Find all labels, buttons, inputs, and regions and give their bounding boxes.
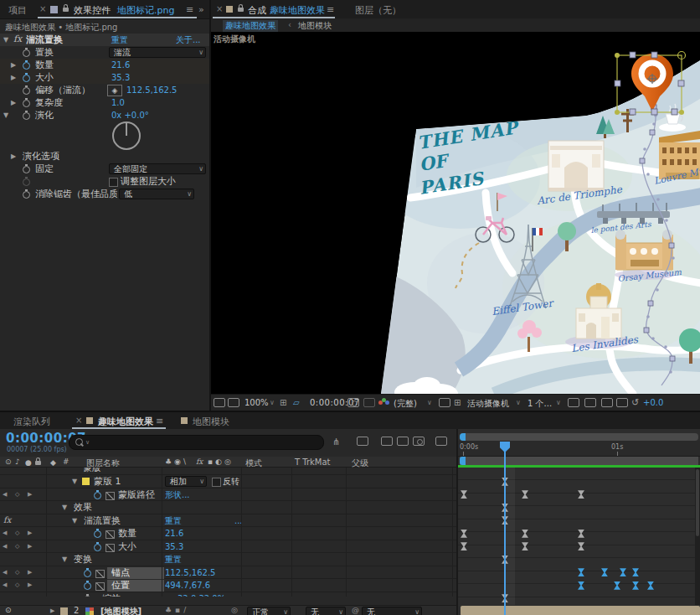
prev-keyframe-icon[interactable]: ◀ (3, 488, 7, 501)
tab-render-queue[interactable]: 渲染队列 (13, 416, 50, 428)
layer-3d-switch-icon[interactable]: ◎ (231, 606, 238, 614)
close-icon[interactable]: × (216, 4, 223, 13)
resolution-select[interactable]: (完整) (394, 398, 417, 410)
row-effects-group[interactable]: ▼ 效果 (0, 501, 456, 514)
add-keyframe-icon[interactable]: ◇ (15, 488, 19, 501)
row-transform-group[interactable]: ▼ 变换 重置 (0, 553, 456, 566)
time-ruler[interactable]: 0:00s 01s (458, 441, 700, 457)
twirl-down-icon[interactable]: ▼ (62, 501, 67, 514)
chevron-down-icon[interactable]: ∨ (556, 399, 561, 406)
keyframe-icon[interactable] (578, 581, 584, 590)
chevron-down-icon[interactable]: ∨ (270, 399, 275, 406)
twirl-down-icon[interactable]: ▼ (3, 109, 8, 121)
prev-keyframe-icon[interactable]: ◀ (3, 579, 7, 592)
property-label[interactable]: 数量 (118, 527, 136, 540)
next-keyframe-icon[interactable]: ▶ (28, 579, 32, 592)
graph-icon[interactable] (95, 582, 105, 591)
anchor-value[interactable]: 112.5,162.5 (165, 566, 215, 579)
link-dimensions-icon[interactable]: ∞ (165, 593, 172, 597)
composition-mini-flowchart-icon[interactable]: ⋔ (332, 437, 344, 446)
twirl-down-icon[interactable]: ▼ (72, 475, 77, 488)
close-icon[interactable]: × (75, 416, 82, 425)
row-masks-group[interactable]: 蒙版 (0, 468, 456, 475)
tab-layer-none[interactable]: 图层（无） (355, 4, 401, 17)
stopwatch-icon[interactable] (94, 544, 101, 551)
keyframe-icon[interactable] (578, 530, 584, 538)
prev-keyframe-icon[interactable]: ◀ (3, 566, 7, 579)
row-layer-2[interactable]: ⊙ ▶ 2 [地图模块] ♣▪/ ◎ 正常∨ 无∨ @ 无∨ (0, 605, 456, 615)
layer2-duration-bar[interactable] (461, 606, 700, 615)
fast-preview-icon[interactable] (584, 398, 596, 407)
region-of-interest-icon[interactable] (439, 398, 450, 407)
keyframe-icon[interactable] (578, 490, 584, 499)
panel-overflow-icon[interactable]: » (198, 4, 204, 15)
add-keyframe-icon[interactable]: ◇ (15, 566, 19, 579)
effect-reset-link[interactable]: 重置 (111, 34, 128, 46)
zoom-level[interactable]: 100% (244, 398, 269, 407)
point-picker-icon[interactable]: ◈ (107, 85, 122, 96)
antialias-dropdown[interactable]: 低∨ (119, 189, 194, 199)
layer-color-swatch[interactable] (60, 607, 68, 615)
chevron-down-icon[interactable]: ∨ (427, 399, 432, 406)
stopwatch-icon[interactable] (94, 530, 101, 538)
panel-menu-icon[interactable]: ≡ (327, 4, 334, 15)
mask-mode-dropdown[interactable]: 相加∨ (165, 476, 207, 487)
channel-blue-icon[interactable] (385, 401, 389, 405)
keyframe-icon[interactable] (522, 530, 528, 538)
lock-icon[interactable] (238, 8, 244, 12)
snapshot-camera-icon[interactable] (347, 398, 359, 407)
stopwatch-icon[interactable] (23, 87, 30, 95)
property-label-selected[interactable]: 锚点 (107, 567, 164, 579)
snapshot-multi-icon[interactable] (214, 398, 225, 407)
resize-layer-checkbox[interactable] (109, 178, 118, 187)
keyframe-icon[interactable] (601, 568, 608, 576)
evolution-value[interactable]: 0x +0.0° (111, 109, 149, 121)
switches-column-icons[interactable]: ♣◉\ (165, 457, 188, 466)
prev-keyframe-icon[interactable]: ◀ (3, 540, 7, 553)
show-snapshot-icon[interactable] (363, 398, 375, 407)
row-scale[interactable]: 缩放 ∞ 32.0,32.0% (0, 592, 456, 597)
stopwatch-icon[interactable] (23, 62, 30, 70)
row-mask-1[interactable]: ▼ 蒙版 1 相加∨ 反转 (0, 475, 456, 488)
property-label[interactable]: 蒙版路径 (118, 488, 155, 501)
lock-column-icon[interactable] (35, 461, 41, 465)
keyframe-lanes[interactable] (458, 468, 700, 605)
keyframe-icon[interactable] (461, 490, 467, 499)
tab-effect-target[interactable]: 地图标记.png (117, 4, 174, 17)
keyframe-icon[interactable] (578, 542, 584, 550)
work-area-start-handle[interactable] (460, 457, 466, 465)
col-trkmat[interactable]: T TrkMat (295, 457, 331, 467)
stopwatch-icon[interactable] (23, 75, 30, 82)
audio-column-icon[interactable]: ♪ (15, 457, 20, 466)
next-keyframe-icon[interactable]: ▶ (28, 540, 32, 553)
comp-viewport[interactable]: 活动摄像机 (211, 32, 700, 394)
hide-shy-layers-icon[interactable] (381, 437, 393, 446)
keyframe-icon[interactable] (461, 542, 467, 550)
effect-header-row[interactable]: ▼ fx 湍流置换 重置 关于... (0, 34, 209, 46)
next-keyframe-icon[interactable]: ▶ (28, 488, 32, 501)
motion-blur-icon[interactable] (413, 437, 425, 446)
graph-editor-icon[interactable] (435, 437, 447, 446)
position-value[interactable]: 494.7,67.6 (165, 579, 210, 592)
frame-blending-icon[interactable] (397, 437, 409, 446)
amount-value[interactable]: 21.6 (165, 527, 183, 540)
twirl-right-icon[interactable]: ▶ (11, 150, 16, 163)
vertical-scrollbar[interactable] (695, 468, 700, 605)
stopwatch-icon[interactable] (23, 100, 30, 107)
group-label[interactable]: 变换 (74, 553, 92, 566)
switches-column-icons2[interactable]: ▪◐◎ (208, 457, 234, 466)
chevron-down-icon[interactable]: ∨ (516, 399, 521, 406)
keyframe-icon[interactable] (578, 568, 584, 576)
next-keyframe-icon[interactable]: ▶ (28, 527, 32, 540)
property-label-selected[interactable]: 位置 (107, 580, 164, 592)
row-turbulent-displace[interactable]: fx ▼ 湍流置换 重置 ... (0, 514, 456, 528)
keyframe-icon[interactable] (522, 542, 528, 550)
row-mask-path[interactable]: ◀ ◇ ▶ 蒙版路径 形状... (0, 488, 456, 502)
mask-color-swatch[interactable] (82, 478, 90, 485)
label-column-icon[interactable]: ◆ (50, 458, 56, 467)
row-anchor-point[interactable]: ◀ ◇ ▶ 锚点 112.5,162.5 (0, 566, 456, 580)
stopwatch-icon[interactable] (84, 596, 91, 597)
keyframe-icon[interactable] (632, 568, 639, 576)
stopwatch-icon[interactable] (23, 112, 30, 120)
monitor-icon[interactable] (228, 398, 239, 407)
